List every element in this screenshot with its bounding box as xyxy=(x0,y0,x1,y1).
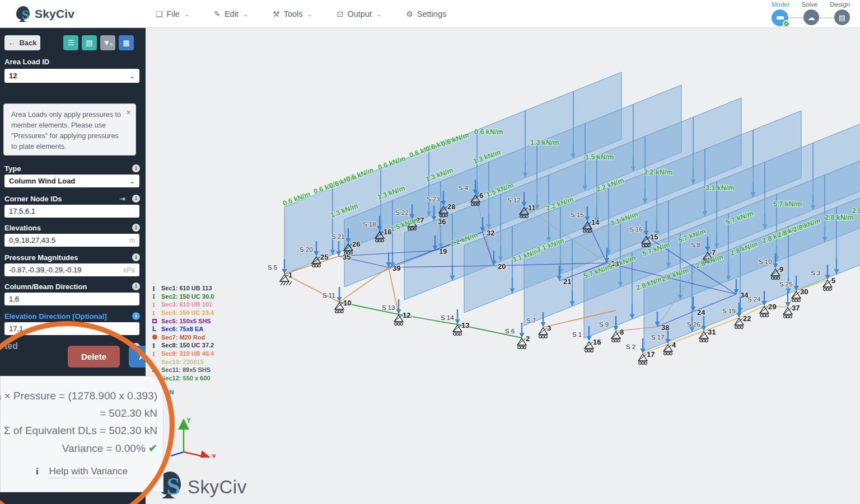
chevron-down-icon: ⌄ xyxy=(129,72,135,80)
type-value: Column Wind Load xyxy=(9,177,75,185)
svg-text:S 10: S 10 xyxy=(759,258,772,265)
step-solve-button[interactable]: ☁ xyxy=(803,10,819,25)
elevation-direction-input[interactable]: 17,1 xyxy=(4,322,139,335)
tools-icon: ⚒ xyxy=(273,10,280,18)
svg-text:S 23: S 23 xyxy=(427,196,440,202)
section-ibeam-icon: I xyxy=(152,293,161,299)
model-canvas[interactable]: S 51S 1110S 1312S 1413S 62S 73S 116S 98S… xyxy=(146,28,860,504)
step-label-model: Model xyxy=(772,1,789,8)
corner-node-ids-input[interactable]: 17,5,6,1 xyxy=(4,205,139,218)
menu-label: Output xyxy=(347,10,372,18)
column-beam-direction-input[interactable]: 1,6 xyxy=(4,293,139,305)
file-icon: ❏ xyxy=(156,10,163,18)
svg-text:25: 25 xyxy=(320,253,328,261)
truncated-label: ted xyxy=(4,341,18,351)
back-label: Back xyxy=(19,39,36,47)
load-options-button[interactable]: ☰ xyxy=(63,35,78,50)
node-pick-icon[interactable]: ⇥ xyxy=(119,195,125,203)
notice-text: Area Loads only apply pressures to membe… xyxy=(11,111,121,150)
legend-item: I Sec3: 610 UB 101 xyxy=(152,300,214,309)
menu-output[interactable]: ⊡ Output⌄ xyxy=(337,10,381,18)
area-load-notice: Area Loads only apply pressures to membe… xyxy=(3,103,136,156)
help-link[interactable]: Help with Variance xyxy=(49,466,127,478)
z-axis xyxy=(171,452,184,456)
svg-text:3: 3 xyxy=(547,324,551,332)
svg-text:2.2 kN/m: 2.2 kN/m xyxy=(644,168,672,176)
type-label: Type xyxy=(4,164,21,173)
svg-text:16: 16 xyxy=(593,338,601,346)
chevron-down-icon: ⌄ xyxy=(184,11,189,18)
calc-line-1: ea × Pressure = (1278.900 x 0.393) xyxy=(0,390,157,402)
legend-label: Sec10: Z20015 xyxy=(161,359,204,365)
building-icon: ▤ xyxy=(86,39,92,47)
svg-text:4: 4 xyxy=(672,341,676,349)
area-load-id-select[interactable]: 12 ⌄ xyxy=(4,69,139,83)
svg-text:30: 30 xyxy=(800,288,808,296)
svg-text:0.6 kN/m: 0.6 kN/m xyxy=(474,128,503,136)
sidebar-bottom-bar xyxy=(0,492,146,504)
elevations-info-icon[interactable]: i xyxy=(132,224,140,232)
menu-file[interactable]: ❏ File⌄ xyxy=(156,10,189,18)
svg-text:39: 39 xyxy=(392,264,400,272)
elevations-label: Elevations xyxy=(4,224,41,232)
filter-clear-button[interactable]: ▼ₓ xyxy=(100,35,115,50)
watermark-title: SkyCiv xyxy=(188,477,247,498)
elevations-input[interactable]: 0,9,18,27,43.5m xyxy=(4,234,139,247)
pressure-magnitudes-input[interactable]: -0.87,-0.39,-0.29,-0.19kPa xyxy=(4,263,139,276)
svg-text:S 18: S 18 xyxy=(363,221,376,228)
apply-button[interactable]: A xyxy=(129,346,146,368)
legend-label: Sec11: 89x5 SHS xyxy=(161,366,211,373)
svg-text:S 13: S 13 xyxy=(382,304,395,311)
menu-edit[interactable]: ✎ Edit⌄ xyxy=(214,10,248,18)
svg-text:19: 19 xyxy=(439,247,447,256)
elevation-direction-info-icon[interactable]: i xyxy=(132,312,140,320)
edit-icon: ✎ xyxy=(214,10,221,18)
legend-item: Sec7: M20 Rod xyxy=(152,333,214,342)
help-with-variance[interactable]: i Help with Variance xyxy=(1,466,163,477)
svg-text:2: 2 xyxy=(526,335,530,343)
back-button[interactable]: ← Back xyxy=(4,35,40,50)
column-beam-direction-info-icon[interactable]: i xyxy=(132,282,140,290)
area-load-id-value: 12 xyxy=(9,72,17,80)
elevations-unit: m xyxy=(129,237,135,244)
close-icon[interactable]: × xyxy=(127,107,130,118)
legend-item: L Sec6: 75x8 EA xyxy=(152,325,214,333)
legend-item: I Sec4: 150 UC 23.4 xyxy=(152,309,214,317)
skyciv-watermark: S SkyCiv CLOUD ENGINEERING SOFTWARE xyxy=(155,468,247,502)
section-ibeam-icon: I xyxy=(152,342,161,348)
menu-tools[interactable]: ⚒ Tools⌄ xyxy=(273,10,312,18)
model-icon xyxy=(777,16,784,20)
svg-text:S 1: S 1 xyxy=(572,331,582,338)
svg-text:34: 34 xyxy=(740,291,749,299)
datasheet-button[interactable]: ▦ xyxy=(119,35,134,50)
back-arrow-icon: ← xyxy=(8,39,15,47)
axis-triad: Y X xyxy=(168,402,224,460)
corner-node-ids-info-icon[interactable]: i xyxy=(132,195,140,202)
svg-text:10: 10 xyxy=(343,299,351,307)
type-select[interactable]: Column Wind Load⌄ xyxy=(4,175,139,187)
calc-line-2: = 502.30 kN xyxy=(100,407,157,420)
svg-text:35: 35 xyxy=(343,253,350,261)
delete-button[interactable]: Delete xyxy=(68,346,120,368)
design-icon: ▤ xyxy=(839,13,845,22)
legend-label: Sec3: 610 UB 101 xyxy=(161,301,212,308)
svg-text:9: 9 xyxy=(779,265,783,274)
solve-icon: ☁ xyxy=(808,13,815,22)
svg-text:13: 13 xyxy=(461,321,469,329)
svg-text:S 11: S 11 xyxy=(322,292,335,299)
step-design-button[interactable]: ▤ xyxy=(834,10,850,25)
model-3d-view[interactable]: S 51S 1110S 1312S 1413S 62S 73S 116S 98S… xyxy=(146,28,860,504)
elevation-direction-label: Elevation Direction [Optional] xyxy=(4,312,107,321)
workflow-stepper: ModelSolveDesign ✔☁▤ xyxy=(772,1,850,27)
svg-text:S 2: S 2 xyxy=(626,343,635,350)
chevron-down-icon: ⌄ xyxy=(307,11,312,18)
legend-label: Sec7: M20 Rod xyxy=(161,334,205,341)
menu-settings[interactable]: ⚙ Settings xyxy=(406,10,446,18)
pressure-magnitudes-info-icon[interactable]: i xyxy=(132,253,140,261)
building-button[interactable]: ▤ xyxy=(82,35,97,50)
type-info-icon[interactable]: i xyxy=(132,164,140,172)
datasheet-icon: ▦ xyxy=(123,39,129,47)
svg-text:5.7 kN/m: 5.7 kN/m xyxy=(773,200,802,208)
step-model-button[interactable]: ✔ xyxy=(772,10,788,26)
svg-text:S 19: S 19 xyxy=(722,308,736,314)
